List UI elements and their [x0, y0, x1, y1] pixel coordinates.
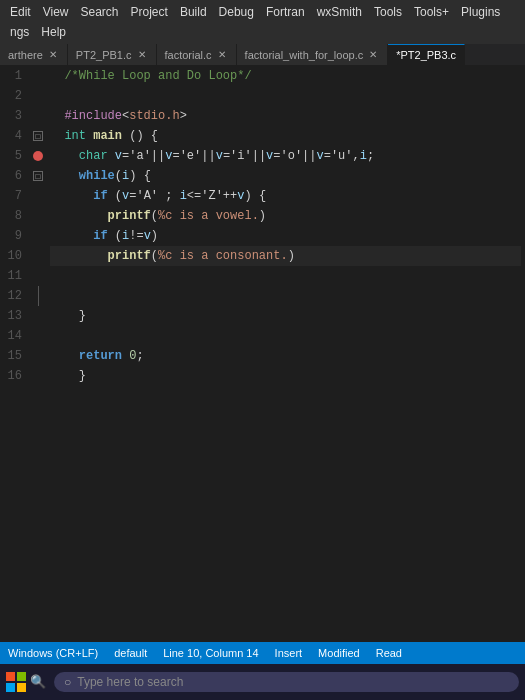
tab-bar: arthere ✕ PT2_PB1.c ✕ factorial.c ✕ fact…	[0, 44, 525, 66]
code-line-6: while(i) {	[50, 166, 521, 186]
tab-close-arthere[interactable]: ✕	[47, 49, 59, 60]
menu-fortran[interactable]: Fortran	[260, 2, 311, 22]
code-line-13: }	[50, 306, 521, 326]
code-line-9: if (i!=v)	[50, 226, 521, 246]
code-content[interactable]: /*While Loop and Do Loop*/ #include<stdi…	[46, 66, 525, 642]
status-language: default	[114, 647, 147, 659]
tab-factorial[interactable]: factorial.c ✕	[157, 44, 237, 65]
code-line-16: }	[50, 366, 521, 386]
tab-factorial-for[interactable]: factorial_with_for_loop.c ✕	[237, 44, 389, 65]
menu-view[interactable]: View	[37, 2, 75, 22]
status-readonly: Read	[376, 647, 402, 659]
menu-tools-plus[interactable]: Tools+	[408, 2, 455, 22]
status-modified: Modified	[318, 647, 360, 659]
fold-icon-line6[interactable]: □	[33, 171, 43, 181]
code-line-4: int main () {	[50, 126, 521, 146]
menu-build[interactable]: Build	[174, 2, 213, 22]
code-line-14	[50, 326, 521, 346]
taskbar-search-placeholder[interactable]: Type here to search	[77, 675, 183, 689]
taskbar: 🔍 ○ Type here to search	[0, 664, 525, 700]
menu-search[interactable]: Search	[74, 2, 124, 22]
active-tab-name: *PT2_PB3.c	[396, 49, 456, 61]
status-encoding: Windows (CR+LF)	[8, 647, 98, 659]
editor-area[interactable]: 1 2 3 4 5 6 7 8 9 10 11 12 13 14 15 16 □…	[0, 66, 525, 642]
code-line-10: printf(%c is a consonant.)	[50, 246, 521, 266]
taskbar-search-bar[interactable]: ○ Type here to search	[54, 672, 519, 692]
code-line-1: /*While Loop and Do Loop*/	[50, 66, 521, 86]
code-line-5: char v='a'||v='e'||v='i'||v='o'||v='u',i…	[50, 146, 521, 166]
code-line-8: printf(%c is a vowel.)	[50, 206, 521, 226]
menu-edit[interactable]: Edit	[4, 2, 37, 22]
menu-project[interactable]: Project	[125, 2, 174, 22]
breakpoint-line5[interactable]	[33, 151, 43, 161]
code-line-15: return 0;	[50, 346, 521, 366]
windows-start-button[interactable]	[6, 672, 26, 692]
menu-tools[interactable]: Tools	[368, 2, 408, 22]
code-line-2	[50, 86, 521, 106]
fold-bar	[38, 286, 39, 306]
menu-wxsmith[interactable]: wxSmith	[311, 2, 368, 22]
editor-indicators: □ □	[30, 66, 46, 642]
status-mode: Insert	[275, 647, 303, 659]
taskbar-start[interactable]: 🔍	[6, 672, 46, 692]
menu-help[interactable]: Help	[35, 22, 72, 42]
status-position: Line 10, Column 14	[163, 647, 258, 659]
code-line-3: #include<stdio.h>	[50, 106, 521, 126]
tab-pt2-pb3[interactable]: *PT2_PB3.c	[388, 44, 465, 65]
code-line-11	[50, 266, 521, 286]
status-bar: Windows (CR+LF) default Line 10, Column …	[0, 642, 525, 664]
menu-debug[interactable]: Debug	[213, 2, 260, 22]
menu-plugins[interactable]: Plugins	[455, 2, 506, 22]
code-line-7: if (v='A' ; i<='Z'++v) {	[50, 186, 521, 206]
tab-pt2-pb1[interactable]: PT2_PB1.c ✕	[68, 44, 157, 65]
fold-icon-line4[interactable]: □	[33, 131, 43, 141]
tab-close-factorial[interactable]: ✕	[216, 49, 228, 60]
code-line-12	[50, 286, 521, 306]
taskbar-search-icon: ○	[64, 675, 71, 689]
tab-close-factorial-for[interactable]: ✕	[367, 49, 379, 60]
tab-close-pt2pb1[interactable]: ✕	[136, 49, 148, 60]
search-icon: 🔍	[30, 674, 46, 690]
menu-bar: Edit View Search Project Build Debug For…	[0, 0, 525, 44]
menu-ngs[interactable]: ngs	[4, 22, 35, 42]
tab-arthere[interactable]: arthere ✕	[0, 44, 68, 65]
line-numbers: 1 2 3 4 5 6 7 8 9 10 11 12 13 14 15 16	[0, 66, 30, 642]
